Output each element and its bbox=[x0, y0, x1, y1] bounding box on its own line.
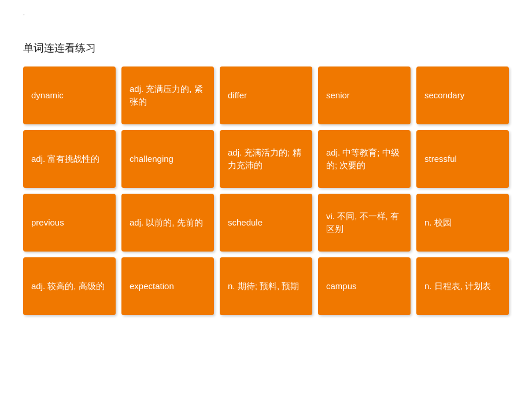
word-card-c17[interactable]: expectation bbox=[121, 257, 214, 315]
word-card-c9[interactable]: adj. 中等教育; 中级的; 次要的 bbox=[318, 130, 411, 188]
word-card-text-c14: vi. 不同, 不一样, 有区别 bbox=[326, 210, 402, 236]
word-card-c1[interactable]: dynamic bbox=[23, 66, 116, 124]
word-card-c14[interactable]: vi. 不同, 不一样, 有区别 bbox=[318, 194, 411, 252]
word-card-c7[interactable]: challenging bbox=[121, 130, 214, 188]
word-card-text-c13: schedule bbox=[228, 216, 263, 230]
word-card-text-c3: differ bbox=[228, 89, 247, 102]
word-card-c5[interactable]: secondary bbox=[416, 66, 509, 124]
page-title: 单词连连看练习 bbox=[23, 41, 509, 55]
word-card-c6[interactable]: adj. 富有挑战性的 bbox=[23, 130, 116, 188]
word-card-text-c1: dynamic bbox=[31, 89, 64, 102]
word-card-c2[interactable]: adj. 充满压力的, 紧张的 bbox=[121, 66, 214, 124]
word-card-text-c18: n. 期待; 预料, 预期 bbox=[228, 280, 299, 293]
word-card-text-c6: adj. 富有挑战性的 bbox=[31, 153, 99, 166]
word-card-text-c11: previous bbox=[31, 216, 64, 230]
word-card-c19[interactable]: campus bbox=[318, 257, 411, 315]
word-card-text-c2: adj. 充满压力的, 紧张的 bbox=[130, 83, 206, 109]
word-card-c12[interactable]: adj. 以前的, 先前的 bbox=[121, 194, 214, 252]
word-card-text-c4: senior bbox=[326, 89, 350, 102]
word-card-c20[interactable]: n. 日程表, 计划表 bbox=[416, 257, 509, 315]
word-card-text-c12: adj. 以前的, 先前的 bbox=[130, 216, 203, 230]
word-card-text-c19: campus bbox=[326, 280, 357, 293]
word-card-c15[interactable]: n. 校园 bbox=[416, 194, 509, 252]
word-card-text-c15: n. 校园 bbox=[424, 216, 452, 230]
word-card-c10[interactable]: stressful bbox=[416, 130, 509, 188]
page-container: · 单词连连看练习 dynamicadj. 充满压力的, 紧张的differse… bbox=[0, 0, 532, 327]
word-card-text-c8: adj. 充满活力的; 精力充沛的 bbox=[228, 146, 304, 172]
word-card-text-c5: secondary bbox=[424, 89, 464, 102]
dot-marker: · bbox=[23, 12, 509, 18]
word-card-text-c7: challenging bbox=[130, 153, 173, 166]
word-card-text-c9: adj. 中等教育; 中级的; 次要的 bbox=[326, 146, 402, 172]
word-card-text-c16: adj. 较高的, 高级的 bbox=[31, 280, 105, 293]
word-card-c8[interactable]: adj. 充满活力的; 精力充沛的 bbox=[220, 130, 312, 188]
word-card-text-c20: n. 日程表, 计划表 bbox=[424, 280, 491, 293]
word-card-c11[interactable]: previous bbox=[23, 194, 116, 252]
word-card-text-c10: stressful bbox=[424, 153, 457, 166]
word-card-c16[interactable]: adj. 较高的, 高级的 bbox=[23, 257, 116, 315]
word-card-c13[interactable]: schedule bbox=[220, 194, 312, 252]
word-card-text-c17: expectation bbox=[130, 280, 174, 293]
word-grid: dynamicadj. 充满压力的, 紧张的differseniorsecond… bbox=[23, 66, 509, 315]
word-card-c4[interactable]: senior bbox=[318, 66, 411, 124]
word-card-c3[interactable]: differ bbox=[220, 66, 312, 124]
word-card-c18[interactable]: n. 期待; 预料, 预期 bbox=[220, 257, 312, 315]
